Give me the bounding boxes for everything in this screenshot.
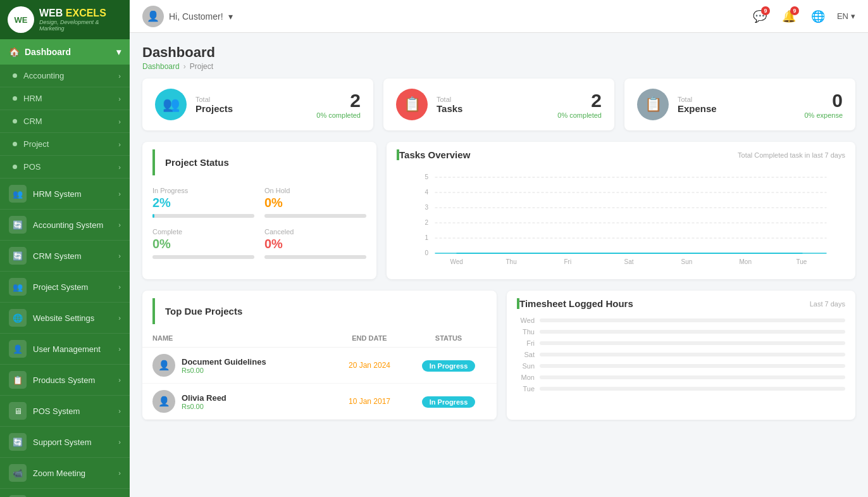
lang-label: EN: [837, 11, 848, 21]
sidebar-item-user-management[interactable]: 👤 User Management ›: [0, 334, 130, 365]
project-status-card: Project Status In Progress 2% On Hold 0%: [142, 142, 376, 279]
expense-value-area: 0 0% expense: [804, 90, 843, 119]
ts-label: Mon: [517, 374, 535, 381]
tasks-name: Tasks: [437, 103, 549, 114]
row-project-name: Document Guidelines: [182, 357, 328, 367]
stat-card-expense: 📋 Total Expense 0 0% expense: [624, 79, 855, 130]
table-header: NAME END DATE STATUS: [142, 329, 497, 348]
canceled-label: Canceled: [264, 228, 366, 236]
ts-label: Thu: [517, 328, 535, 336]
col-end-date-label: END DATE: [328, 334, 411, 342]
project-status-title: Project Status: [152, 149, 366, 175]
globe-button[interactable]: 🌐: [808, 6, 828, 27]
status-badge: In Progress: [422, 396, 476, 408]
expense-info: Total Expense: [678, 96, 795, 114]
language-selector[interactable]: EN ▾: [837, 11, 855, 21]
bell-button[interactable]: 🔔 9: [779, 6, 799, 27]
canceled-bar: [264, 255, 366, 259]
ts-bar-wrap: [540, 375, 845, 379]
svg-text:Mon: Mon: [740, 258, 752, 265]
in-progress-label: In Progress: [152, 187, 254, 194]
sidebar-item-project-system[interactable]: 👥 Project System ›: [0, 272, 130, 303]
dot-icon: [13, 165, 17, 169]
main-area: 👤 Hi, Customer! ▾ 💬 9 🔔 9 🌐 EN ▾: [130, 0, 868, 497]
timesheet-note: Last 7 days: [810, 300, 845, 308]
chevron-right-icon: ›: [118, 438, 121, 446]
sidebar-item-project[interactable]: Project ›: [0, 133, 130, 156]
tasks-overview-card: Tasks Overview Total Completed task in l…: [387, 142, 855, 279]
breadcrumb-area: Dashboard Dashboard › Project: [142, 44, 855, 71]
sidebar-system-label: Project System: [33, 282, 88, 292]
website-settings-icon: 🌐: [9, 309, 27, 327]
status-badge: In Progress: [422, 360, 476, 372]
svg-text:2: 2: [425, 219, 429, 226]
ts-row-wed: Wed: [517, 317, 845, 324]
lang-chevron-icon: ▾: [851, 11, 855, 21]
svg-text:4: 4: [425, 189, 429, 196]
tasks-number: 2: [557, 90, 602, 111]
status-in-progress: In Progress 2%: [152, 187, 254, 218]
project-system-icon: 👥: [9, 278, 27, 296]
globe-icon: 🌐: [811, 9, 825, 23]
tasks-sub: 0% completed: [557, 111, 602, 119]
sidebar-item-hrm-system[interactable]: 👥 HRM System ›: [0, 179, 130, 210]
sidebar-item-accounting-system[interactable]: 🔄 Accounting System ›: [0, 210, 130, 241]
expense-name: Expense: [678, 103, 795, 114]
sidebar-item-hrm[interactable]: HRM ›: [0, 87, 130, 110]
user-menu[interactable]: 👤 Hi, Customer! ▾: [142, 6, 233, 27]
sidebar-item-products-system[interactable]: 📋 Products System ›: [0, 365, 130, 396]
tasks-info: Total Tasks: [437, 96, 549, 114]
ts-label: Sat: [517, 351, 535, 358]
ts-label: Fri: [517, 339, 535, 347]
svg-text:Tue: Tue: [797, 258, 807, 265]
chevron-right-icon: ›: [118, 314, 121, 322]
svg-text:Fri: Fri: [564, 258, 572, 265]
ts-bar-wrap: [540, 330, 845, 334]
sidebar-system-label: HRM System: [33, 189, 82, 199]
projects-name: Projects: [195, 103, 307, 114]
chevron-right-icon: ›: [118, 252, 121, 260]
breadcrumb-current: Project: [190, 62, 213, 71]
logo-name: WEB EXCELS: [39, 8, 122, 19]
chevron-right-icon: ›: [118, 345, 121, 353]
home-icon: 🏠: [9, 47, 20, 57]
sidebar-item-crm-system[interactable]: 🔄 CRM System ›: [0, 241, 130, 272]
chevron-right-icon: ›: [118, 221, 121, 229]
status-complete: Complete 0%: [152, 228, 254, 259]
svg-text:0: 0: [425, 249, 429, 256]
ts-row-fri: Fri: [517, 339, 845, 347]
sidebar-item-pos[interactable]: POS ›: [0, 156, 130, 179]
sidebar-item-website-settings[interactable]: 🌐 Website Settings ›: [0, 303, 130, 334]
ts-bar-wrap: [540, 387, 845, 391]
breadcrumb-home[interactable]: Dashboard: [142, 62, 180, 71]
logo: WE WEB EXCELS Design, Development & Mark…: [0, 0, 130, 39]
timesheet-title: Timesheet Logged Hours: [517, 298, 633, 309]
timesheet-chart-area: Wed Thu Fri: [507, 311, 855, 404]
sidebar-item-dashboard[interactable]: 🏠 Dashboard ▾: [0, 39, 130, 65]
sidebar-item-messenger[interactable]: 💬 Messenger ›: [0, 489, 130, 497]
stat-cards-row: 👥 Total Projects 2 0% completed 📋 Total …: [142, 79, 855, 130]
row-end-date: 10 Jan 2017: [328, 397, 411, 406]
stat-card-projects: 👥 Total Projects 2 0% completed: [142, 79, 373, 130]
sidebar-item-label: Accounting: [23, 71, 64, 80]
notifications-button[interactable]: 💬 9: [750, 6, 770, 27]
avatar: 👤: [142, 6, 164, 27]
sidebar-item-accounting[interactable]: Accounting ›: [0, 65, 130, 87]
row-avatar: 👤: [152, 390, 175, 413]
sidebar-item-pos-system[interactable]: 🖥 POS System ›: [0, 396, 130, 427]
ts-row-sun: Sun: [517, 362, 845, 370]
sidebar-item-crm[interactable]: CRM ›: [0, 110, 130, 133]
sidebar-item-label: POS: [23, 162, 40, 172]
svg-text:Sat: Sat: [624, 258, 634, 265]
sidebar-system-label: User Management: [33, 344, 101, 354]
chevron-right-icon: ›: [118, 190, 121, 198]
sidebar-item-support-system[interactable]: 🔄 Support System ›: [0, 427, 130, 458]
ts-row-tue: Tue: [517, 385, 845, 393]
expense-number: 0: [804, 90, 843, 111]
chevron-right-icon: ›: [118, 141, 121, 148]
sidebar-item-zoom-meeting[interactable]: 📹 Zoom Meeting ›: [0, 458, 130, 489]
projects-sub: 0% completed: [316, 111, 361, 119]
row-status-col: In Progress: [411, 360, 487, 372]
chevron-right-icon: ›: [118, 118, 121, 125]
bottom-row: Top Due Projects NAME END DATE STATUS 👤 …: [142, 291, 855, 420]
